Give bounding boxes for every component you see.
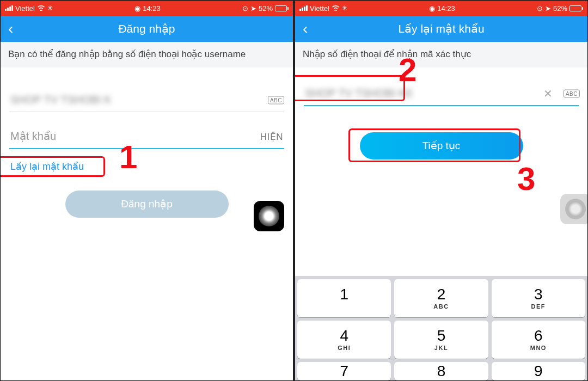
key-4[interactable]: 4GHI — [297, 321, 391, 359]
page-title: Lấy lại mật khẩu — [295, 22, 587, 35]
clock-label: 14:23 — [143, 4, 161, 13]
wifi-icon — [332, 4, 340, 13]
numeric-keypad: 1 2ABC 3DEF 4GHI 5JKL 6MNO 7PQRS 8TUV 9W… — [295, 276, 587, 380]
clock-label: 14:23 — [437, 4, 455, 13]
carrier-label: Viettel — [310, 4, 329, 13]
record-icon: ◉ — [134, 4, 140, 13]
key-5[interactable]: 5JKL — [394, 321, 488, 359]
username-field-row: SHOP TV TSHOBI K ABC — [9, 88, 284, 112]
phone-left: Viettel ✳ ◉ 14:23 ⊙ ➤ 52% ‹ Đăng nhập Bạ… — [0, 0, 293, 381]
alarm-icon: ⊙ — [242, 4, 248, 13]
key-6[interactable]: 6MNO — [492, 321, 585, 359]
continue-button[interactable]: Tiếp tục — [360, 132, 523, 159]
password-field-row: Mật khẩu HIỆN — [9, 124, 284, 149]
assistive-touch-icon[interactable] — [560, 194, 588, 224]
signal-icon — [299, 5, 308, 11]
abc-chip[interactable]: ABC — [564, 90, 580, 98]
loading-icon: ✳ — [47, 4, 53, 12]
login-button[interactable]: Đăng nhập — [65, 190, 229, 218]
key-3[interactable]: 3DEF — [492, 279, 585, 317]
carrier-label: Viettel — [15, 4, 35, 13]
signal-icon — [5, 5, 13, 11]
status-bar: Viettel ✳ ◉ 14:23 ⊙ ➤ 52% — [295, 1, 587, 16]
location-icon: ➤ — [250, 4, 256, 13]
battery-icon — [569, 5, 583, 11]
info-banner: Nhập số điện thoại để nhận mã xác thực — [295, 42, 587, 67]
battery-label: 52% — [553, 4, 567, 13]
location-icon: ➤ — [545, 4, 551, 13]
info-banner: Bạn có thể đăng nhập bằng số điện thoại … — [1, 42, 293, 67]
phone-field-row: SHOP TV TSHOBI KE ✕ ABC — [304, 82, 579, 106]
phone-right: Viettel ✳ ◉ 14:23 ⊙ ➤ 52% ‹ Lấy lại mật … — [295, 0, 588, 381]
battery-label: 52% — [259, 4, 273, 13]
page-title: Đăng nhập — [1, 22, 293, 35]
clear-icon[interactable]: ✕ — [543, 87, 553, 100]
key-1[interactable]: 1 — [297, 279, 391, 317]
alarm-icon: ⊙ — [537, 4, 543, 13]
record-icon: ◉ — [429, 4, 435, 13]
nav-bar: ‹ Lấy lại mật khẩu — [295, 16, 587, 42]
loading-icon: ✳ — [342, 4, 347, 12]
password-input[interactable]: Mật khẩu — [9, 124, 284, 149]
forgot-password-link[interactable]: Lấy lại mật khẩu — [9, 159, 85, 174]
back-button[interactable]: ‹ — [1, 21, 21, 36]
nav-bar: ‹ Đăng nhập — [1, 16, 293, 42]
status-bar: Viettel ✳ ◉ 14:23 ⊙ ➤ 52% — [1, 1, 293, 16]
callout-number-3: 3 — [517, 160, 535, 198]
phone-input[interactable]: SHOP TV TSHOBI KE — [304, 82, 579, 106]
assistive-touch-icon[interactable] — [254, 201, 284, 231]
abc-chip[interactable]: ABC — [268, 96, 284, 104]
wifi-icon — [37, 4, 45, 13]
username-input[interactable]: SHOP TV TSHOBI K — [9, 88, 284, 112]
key-9[interactable]: 9WXYZ — [492, 362, 585, 380]
show-password-button[interactable]: HIỆN — [260, 131, 283, 142]
battery-icon — [275, 5, 289, 11]
key-7[interactable]: 7PQRS — [297, 362, 391, 380]
key-2[interactable]: 2ABC — [394, 279, 488, 317]
back-button[interactable]: ‹ — [295, 21, 315, 36]
key-8[interactable]: 8TUV — [394, 362, 488, 380]
